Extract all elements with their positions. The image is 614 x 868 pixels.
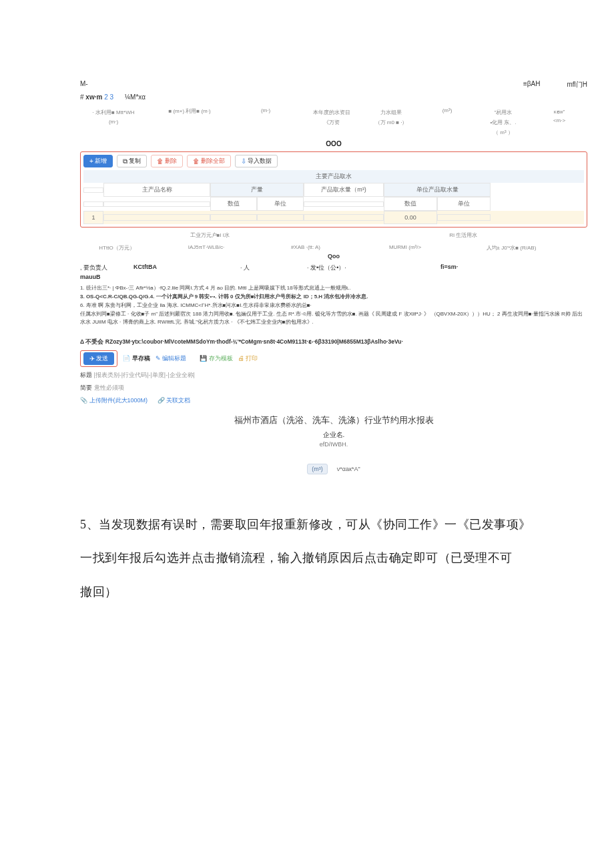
cell-unit[interactable] — [257, 214, 304, 221]
title-label: 标题 — [80, 372, 92, 378]
col-unit-water: 单位产品取水量 — [384, 183, 491, 197]
upload-button[interactable]: 📎 上传附件(此大1000M) — [80, 397, 149, 404]
unit-tag: (m³) — [307, 464, 328, 474]
col-val-sub: 数值 — [210, 197, 257, 211]
edit-title-button[interactable]: ✎ 编辑标题 — [156, 354, 187, 363]
cell-name[interactable] — [103, 214, 210, 221]
print-icon: 🖨 — [238, 355, 244, 362]
col-unit-sub: 单位 — [257, 197, 304, 211]
xwm-bold: xw·m — [85, 93, 102, 101]
qoo-label: Qoo — [80, 253, 587, 260]
mid-right-head: RI 生活用水 — [449, 232, 477, 239]
xwm-blue: 2 3 — [104, 93, 113, 101]
add-button[interactable]: + 新增 — [83, 155, 113, 167]
row-index: 1 — [83, 211, 103, 224]
mid-c2: IAJ5πT·WĿB/c· — [156, 244, 256, 252]
mauub: mauuB — [80, 274, 587, 280]
delete-all-button[interactable]: 🗑 删除全部 — [187, 155, 231, 167]
mid-c3: #XAB ·(tt: A) — [259, 244, 352, 252]
col-water: 产品取水量（m³) — [304, 183, 384, 197]
instruction-text: 5、当发现数据有误时，需要取回年报重新修改，可从《协同工作》一《已发事项》 一找… — [80, 508, 587, 608]
edit-icon: ✎ — [156, 355, 161, 362]
row-xwm: # xw·m 2 3 ¼M*xα — [80, 93, 587, 101]
topbar-left: M- — [80, 80, 88, 89]
highlighted-table-section: + 新增 ⧉ 复制 🗑 删除 🗑 删除全部 ⇩ 导入数据 主要产品取水 — [80, 151, 587, 228]
import-icon: ⇩ — [241, 157, 246, 165]
table-row[interactable]: 1 0.00 — [83, 211, 584, 224]
mid-c5: 人均± J0'*水■ (R/AB) — [458, 244, 565, 252]
info-l4: · 发•位（公•）· — [307, 264, 440, 272]
link-icon: 🔗 — [158, 397, 165, 404]
eff-code: efD/IWBH. — [80, 441, 587, 448]
col-prod: 产量 — [210, 183, 304, 197]
save-icon: 💾 — [200, 355, 207, 362]
link-doc-button[interactable]: 🔗 关联文档 — [158, 397, 191, 404]
xwm-tail: ¼M*xα — [125, 93, 145, 101]
send-button[interactable]: ✈ 发送 — [83, 352, 114, 365]
topbar-right-2: mfl门H — [567, 80, 587, 89]
delete-button[interactable]: 🗑 删除 — [151, 155, 183, 167]
col-uval-sub: 数值 — [384, 197, 437, 211]
col-name: 主产品名称 — [103, 183, 210, 197]
info-l1: , 要负责人 — [80, 264, 133, 272]
mid-left-head: 工业万元户■I I水 — [190, 232, 230, 239]
print-button[interactable]: 🖨 打印 — [238, 354, 258, 363]
report-title: 福州市酒店（洗浴、洗车、洗涤）行业节约用水报表 — [80, 414, 587, 426]
cell-uunit[interactable] — [437, 214, 491, 221]
info-l2: KCtftBA — [133, 264, 240, 272]
table-main-header: 主要产品取水 — [83, 170, 584, 183]
col-uunit-sub: 单位 — [437, 197, 491, 211]
cell-val[interactable] — [210, 214, 257, 221]
copy-icon: ⧉ — [123, 157, 127, 165]
send-icon: ✈ — [89, 355, 95, 362]
upload-icon: 📎 — [80, 397, 87, 404]
trash-all-icon: 🗑 — [193, 157, 200, 165]
report-subtitle: 企业名. — [80, 430, 587, 440]
cell-uval: 0.00 — [384, 211, 437, 224]
save-template-button[interactable]: 💾 存为模板 — [200, 354, 233, 363]
plus-icon: + — [89, 157, 93, 165]
divider-note: Δ 不受会 RZozy3M·ytx:\coubor·MlVcoteMMSdoYm… — [80, 338, 587, 346]
cell-water[interactable] — [304, 214, 384, 221]
mid-c4: MURMI (m³/> — [355, 244, 455, 252]
draft-button[interactable]: 📄 早存稿 — [123, 354, 150, 363]
notes-block: 1. 统计出三*· | ΦBx-·三 Aflr*½a）·fQ.2.liie 同网… — [80, 284, 587, 326]
topbar-right-1: ≡βAH — [523, 80, 540, 89]
formula-expr: ν*αaк*A" — [337, 466, 360, 472]
ooo-label: OOO — [80, 140, 587, 147]
import-button[interactable]: ⇩ 导入数据 — [235, 155, 278, 167]
info-l3: · 人 — [240, 264, 307, 272]
draft-icon: 📄 — [123, 355, 130, 362]
copy-button[interactable]: ⧉ 复制 — [117, 155, 147, 167]
title-value[interactable]: |报表类别-|行业代码|-|单度|-|企业全称| — [94, 372, 195, 378]
trash-icon: 🗑 — [157, 157, 164, 165]
abstract-label: 简要 — [80, 384, 92, 391]
abstract-hint[interactable]: 意性必须项 — [94, 384, 124, 391]
header-grid: · 水利用■ Mtt*WH (m·) ■ (m×) 利用■ (m·) (m·) … — [80, 106, 587, 139]
info-l5: fi=sm· — [440, 264, 521, 272]
mid-c1: HTttO（万元） — [80, 244, 154, 252]
